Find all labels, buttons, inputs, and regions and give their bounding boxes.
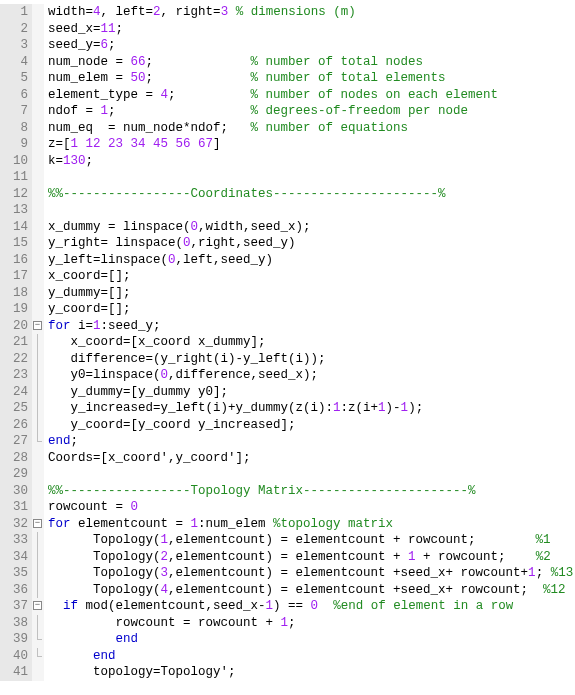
fold-cell: [32, 153, 44, 170]
code-line[interactable]: Topology(3,elementcount) = elementcount …: [48, 565, 573, 582]
fold-cell: −: [32, 318, 44, 335]
line-number: 36: [0, 582, 28, 599]
code-line[interactable]: end: [48, 648, 573, 665]
fold-toggle-icon[interactable]: −: [33, 321, 42, 330]
line-number: 7: [0, 103, 28, 120]
fold-toggle-icon[interactable]: −: [33, 519, 42, 528]
fold-cell: [32, 70, 44, 87]
code-line[interactable]: for elementcount = 1:num_elem %topology …: [48, 516, 573, 533]
line-number: 19: [0, 301, 28, 318]
fold-cell: [32, 235, 44, 252]
fold-cell: [32, 532, 44, 549]
fold-cell: [32, 384, 44, 401]
fold-cell: [32, 648, 44, 665]
fold-cell: [32, 631, 44, 648]
fold-toggle-icon[interactable]: −: [33, 601, 42, 610]
code-line[interactable]: y_coord=[y_coord y_increased];: [48, 417, 573, 434]
line-number: 33: [0, 532, 28, 549]
code-line[interactable]: Coords=[x_coord',y_coord'];: [48, 450, 573, 467]
fold-cell: [32, 169, 44, 186]
code-line[interactable]: %%-----------------Coordinates----------…: [48, 186, 573, 203]
code-line[interactable]: end;: [48, 433, 573, 450]
code-line[interactable]: %%-----------------Topology Matrix------…: [48, 483, 573, 500]
code-editor: 1234567891011121314151617181920212223242…: [0, 0, 575, 681]
line-number: 37: [0, 598, 28, 615]
fold-cell: [32, 186, 44, 203]
line-number: 30: [0, 483, 28, 500]
fold-cell: [32, 400, 44, 417]
code-line[interactable]: width=4, left=2, right=3 % dimensions (m…: [48, 4, 573, 21]
line-number: 9: [0, 136, 28, 153]
line-number: 22: [0, 351, 28, 368]
code-line[interactable]: y_left=linspace(0,left,seed_y): [48, 252, 573, 269]
line-number: 26: [0, 417, 28, 434]
line-number: 5: [0, 70, 28, 87]
fold-cell: [32, 103, 44, 120]
code-line[interactable]: y_increased=y_left(i)+y_dummy(z(i):1:z(i…: [48, 400, 573, 417]
code-line[interactable]: seed_x=11;: [48, 21, 573, 38]
code-line[interactable]: rowcount = rowcount + 1;: [48, 615, 573, 632]
code-line[interactable]: end: [48, 631, 573, 648]
fold-cell: [32, 301, 44, 318]
line-number: 12: [0, 186, 28, 203]
code-line[interactable]: num_eq = num_node*ndof; % number of equa…: [48, 120, 573, 137]
fold-cell: [32, 285, 44, 302]
fold-cell: [32, 466, 44, 483]
code-line[interactable]: Topology(1,elementcount) = elementcount …: [48, 532, 573, 549]
code-line[interactable]: seed_y=6;: [48, 37, 573, 54]
code-line[interactable]: [48, 466, 573, 483]
code-line[interactable]: x_coord=[x_coord x_dummy];: [48, 334, 573, 351]
code-line[interactable]: z=[1 12 23 34 45 56 67]: [48, 136, 573, 153]
code-line[interactable]: element_type = 4; % number of nodes on e…: [48, 87, 573, 104]
fold-cell: [32, 367, 44, 384]
fold-cell: [32, 615, 44, 632]
line-number: 20: [0, 318, 28, 335]
line-number: 18: [0, 285, 28, 302]
fold-cell: [32, 351, 44, 368]
code-line[interactable]: [48, 169, 573, 186]
code-line[interactable]: num_node = 66; % number of total nodes: [48, 54, 573, 71]
code-line[interactable]: rowcount = 0: [48, 499, 573, 516]
line-number: 23: [0, 367, 28, 384]
fold-cell: [32, 37, 44, 54]
code-line[interactable]: Topology(2,elementcount) = elementcount …: [48, 549, 573, 566]
code-line[interactable]: ndof = 1; % degrees-of-freedom per node: [48, 103, 573, 120]
line-number: 21: [0, 334, 28, 351]
line-number: 13: [0, 202, 28, 219]
code-area[interactable]: width=4, left=2, right=3 % dimensions (m…: [44, 4, 573, 681]
code-line[interactable]: x_dummy = linspace(0,width,seed_x);: [48, 219, 573, 236]
fold-cell: [32, 450, 44, 467]
fold-cell: [32, 483, 44, 500]
line-number: 3: [0, 37, 28, 54]
line-number: 14: [0, 219, 28, 236]
line-number: 16: [0, 252, 28, 269]
fold-cell: [32, 417, 44, 434]
code-line[interactable]: topology=Topology';: [48, 664, 573, 681]
line-number: 2: [0, 21, 28, 38]
code-line[interactable]: difference=(y_right(i)-y_left(i));: [48, 351, 573, 368]
code-line[interactable]: y_coord=[];: [48, 301, 573, 318]
line-number: 6: [0, 87, 28, 104]
code-line[interactable]: for i=1:seed_y;: [48, 318, 573, 335]
code-line[interactable]: num_elem = 50; % number of total element…: [48, 70, 573, 87]
code-line[interactable]: y_dummy=[y_dummy y0];: [48, 384, 573, 401]
fold-cell: [32, 334, 44, 351]
line-number: 17: [0, 268, 28, 285]
fold-cell: −: [32, 516, 44, 533]
fold-cell: [32, 549, 44, 566]
line-number: 38: [0, 615, 28, 632]
fold-cell: [32, 268, 44, 285]
code-line[interactable]: [48, 202, 573, 219]
line-number: 31: [0, 499, 28, 516]
fold-cell: [32, 565, 44, 582]
code-line[interactable]: x_coord=[];: [48, 268, 573, 285]
code-line[interactable]: y0=linspace(0,difference,seed_x);: [48, 367, 573, 384]
code-line[interactable]: if mod(elementcount,seed_x-1) == 0 %end …: [48, 598, 573, 615]
line-number: 24: [0, 384, 28, 401]
code-line[interactable]: y_dummy=[];: [48, 285, 573, 302]
code-line[interactable]: y_right= linspace(0,right,seed_y): [48, 235, 573, 252]
fold-cell: [32, 252, 44, 269]
fold-cell: [32, 54, 44, 71]
code-line[interactable]: Topology(4,elementcount) = elementcount …: [48, 582, 573, 599]
code-line[interactable]: k=130;: [48, 153, 573, 170]
